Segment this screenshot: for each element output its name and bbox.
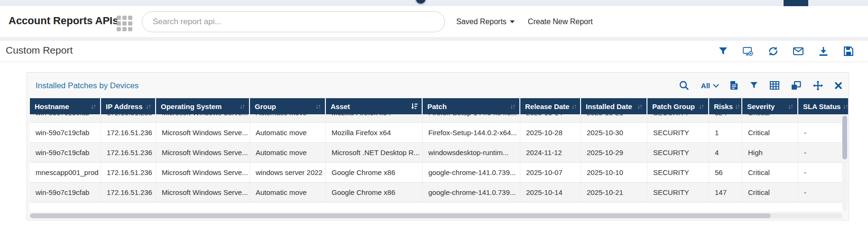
- sort-icon: ↓↑: [842, 103, 848, 110]
- email-icon[interactable]: [793, 46, 803, 56]
- sort-active-icon: [411, 103, 418, 110]
- sort-icon: ↓↑: [637, 103, 643, 110]
- column-label: Operating System: [161, 102, 222, 111]
- table-cell: -: [798, 143, 848, 162]
- horizontal-scrollbar[interactable]: [30, 213, 842, 219]
- column-label: Release Date: [525, 102, 569, 111]
- table-cell: SECURITY: [647, 143, 709, 162]
- page-title: Custom Report: [6, 45, 73, 56]
- apps-grid-icon[interactable]: [117, 16, 133, 32]
- column-label: Asset: [331, 102, 350, 111]
- table-cell: Microsoft Windows Serve...: [156, 143, 250, 162]
- chevron-down-icon: [713, 82, 719, 88]
- search-input[interactable]: [142, 11, 445, 32]
- table-cell: 2025-10-10: [581, 163, 647, 182]
- column-header-hostname[interactable]: Hostname↓↑: [30, 98, 101, 114]
- table-row: win-59o7c19cfab172.16.51.236Microsoft Wi…: [30, 114, 848, 123]
- table-cell: 2025-10-07: [520, 163, 581, 182]
- table-cell: Critical: [742, 123, 798, 142]
- table-cell: SECURITY: [647, 163, 709, 182]
- search-icon[interactable]: [679, 81, 689, 91]
- table-cell: 2025-10-29: [581, 143, 647, 162]
- saved-reports-dropdown[interactable]: Saved Reports: [456, 18, 515, 26]
- table-cell: -: [798, 163, 848, 182]
- column-label: Patch Group: [652, 102, 695, 111]
- column-header-ip-address[interactable]: IP Address↓↑: [101, 98, 156, 114]
- table-cell: 147: [709, 183, 742, 202]
- top-right-accent: [784, 0, 808, 6]
- sort-icon: ↓↑: [146, 103, 151, 110]
- table-cell: Mozilla Firefox x64: [326, 114, 423, 122]
- table-cell: windowsdesktop-runtim...: [423, 143, 520, 162]
- section-divider: [0, 37, 868, 41]
- column-header-sla-status[interactable]: SLA Status↓↑: [798, 98, 848, 114]
- table-cell: 172.16.51.236: [101, 114, 156, 122]
- table-cell: Microsoft Windows Serve...: [156, 123, 250, 142]
- close-icon[interactable]: [835, 82, 842, 89]
- column-header-risks[interactable]: Risks↓↑: [709, 98, 742, 114]
- table-cell: 172.16.51.236: [101, 183, 156, 202]
- table-cell: 172.16.51.236: [101, 123, 156, 142]
- column-label: Group: [255, 102, 276, 111]
- column-header-installed-date[interactable]: Installed Date↓↑: [581, 98, 647, 114]
- table-cell: 2024-11-12: [520, 143, 581, 162]
- app-title: Account Reports APIs: [9, 15, 118, 27]
- page-bar: Custom Report: [0, 41, 868, 62]
- scope-dropdown[interactable]: All: [701, 82, 718, 90]
- table-body: win-59o7c19cfab172.16.51.236Microsoft Wi…: [30, 114, 848, 211]
- export-file-icon[interactable]: [730, 81, 738, 90]
- table-cell: mnescapp001_prod: [30, 163, 101, 182]
- table-cell: 2025-10-14: [520, 183, 581, 202]
- filter-icon[interactable]: [750, 82, 758, 90]
- table-cell: Firefox-Setup-144.0.2-x64...: [423, 123, 520, 142]
- table-cell: Firefox-Setup-144.0-x64.e...: [423, 114, 520, 122]
- table-cell: 172.16.51.236: [101, 163, 156, 182]
- column-header-group[interactable]: Group↓↑: [250, 98, 326, 114]
- page-toolbar: [718, 41, 854, 62]
- table-cell: 4: [709, 143, 742, 162]
- table-cell: Automatic move: [250, 183, 326, 202]
- app-header: Account Reports APIs Saved Reports Creat…: [0, 6, 868, 37]
- create-new-report-link[interactable]: Create New Report: [528, 18, 593, 26]
- save-icon[interactable]: [843, 46, 854, 56]
- table-cell: 2025-10-28: [520, 123, 581, 142]
- table-grid-icon[interactable]: [770, 81, 779, 90]
- table-cell: win-59o7c19cfab: [30, 123, 101, 142]
- column-header-operating-system[interactable]: Operating System↓↑: [156, 98, 250, 114]
- duplicate-icon[interactable]: [791, 81, 801, 90]
- column-header-patch[interactable]: Patch↓↑: [423, 98, 520, 114]
- caret-down-icon: [510, 20, 515, 23]
- table-cell: Mozilla Firefox x64: [326, 123, 423, 142]
- download-icon[interactable]: [818, 46, 829, 56]
- move-icon[interactable]: [813, 81, 823, 91]
- table-cell: Google Chrome x86: [326, 163, 423, 182]
- column-header-release-date[interactable]: Release Date↓↑: [520, 98, 581, 114]
- horizontal-scrollbar-thumb[interactable]: [30, 213, 771, 218]
- table-cell: Automatic move: [250, 143, 326, 162]
- refresh-icon[interactable]: [768, 46, 778, 56]
- column-label: Installed Date: [586, 102, 632, 111]
- vertical-scrollbar-thumb[interactable]: [842, 116, 847, 159]
- monitor-disable-icon[interactable]: [743, 46, 753, 56]
- table-cell: 2025-10-14: [520, 114, 581, 122]
- column-label: IP Address: [106, 102, 143, 111]
- table-header-row: Hostname↓↑IP Address↓↑Operating System↓↑…: [30, 98, 848, 114]
- table-cell: win-59o7c19cfab: [30, 183, 101, 202]
- report-app-window: Account Reports APIs Saved Reports Creat…: [0, 0, 868, 249]
- scope-dropdown-label: All: [701, 82, 710, 90]
- column-header-severity[interactable]: Severity↓↑: [742, 98, 798, 114]
- filter-icon[interactable]: [718, 46, 728, 56]
- table-cell: windows server 2022: [250, 163, 326, 182]
- widget-title: Installed Patches by Devices: [36, 81, 139, 91]
- vertical-scrollbar[interactable]: [842, 115, 848, 212]
- table-cell: 2025-10-21: [581, 183, 647, 202]
- column-label: Hostname: [35, 102, 69, 111]
- sort-icon: ↓↑: [240, 103, 245, 110]
- table-cell: -: [798, 183, 848, 202]
- table-cell: 324: [709, 114, 742, 122]
- sort-icon: ↓↑: [571, 103, 577, 110]
- sort-icon: ↓↑: [315, 103, 321, 110]
- table-cell: google-chrome-141.0.739...: [423, 183, 520, 202]
- column-header-asset[interactable]: Asset: [326, 98, 423, 114]
- column-header-patch-group[interactable]: Patch Group↓↑: [647, 98, 709, 114]
